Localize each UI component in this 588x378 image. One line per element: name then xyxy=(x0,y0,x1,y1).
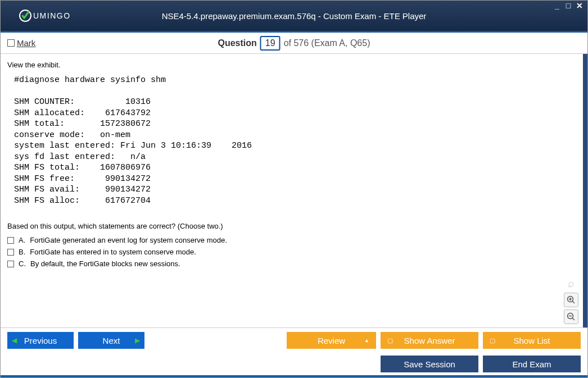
show-answer-label: Show Answer xyxy=(404,336,455,345)
answer-letter: C. xyxy=(19,259,26,268)
show-list-button[interactable]: ▢ Show List xyxy=(483,332,581,349)
answer-checkbox[interactable] xyxy=(7,249,14,256)
end-exam-button[interactable]: End Exam xyxy=(483,356,581,372)
answer-text: By default, the FortiGate blocks new ses… xyxy=(30,259,180,268)
window-title: NSE4-5.4.prepaway.premium.exam.576q - Cu… xyxy=(162,11,427,21)
answer-option[interactable]: B. FortiGate has entered in to system co… xyxy=(7,248,581,256)
save-session-button[interactable]: Save Session xyxy=(381,356,478,372)
svg-line-2 xyxy=(572,301,575,303)
square-icon: ▢ xyxy=(387,337,393,344)
window-controls: _ □ ✕ xyxy=(553,2,584,10)
answer-letter: B. xyxy=(19,248,25,256)
zoom-out-icon[interactable] xyxy=(564,309,578,324)
answer-text: FortiGate has entered in to system conse… xyxy=(30,248,196,256)
answer-option[interactable]: A. FortiGate generated an event log for … xyxy=(7,236,581,244)
title-bar: UMINGO NSE4-5.4.prepaway.premium.exam.57… xyxy=(1,1,587,31)
end-exam-label: End Exam xyxy=(512,359,551,369)
answer-letter: A. xyxy=(19,236,25,244)
logo-text: UMINGO xyxy=(33,11,71,20)
review-label: Review xyxy=(318,336,345,345)
question-header: Mark Question 19 of 576 (Exam A, Q65) xyxy=(1,33,587,54)
minimize-icon[interactable]: _ xyxy=(553,2,562,10)
previous-label: Previous xyxy=(24,336,57,345)
answer-option[interactable]: C. By default, the FortiGate blocks new … xyxy=(7,259,581,268)
scrollbar[interactable] xyxy=(583,54,587,327)
mark-label: Mark xyxy=(17,38,35,48)
bottom-divider xyxy=(1,375,587,377)
exhibit-text: #diagnose hardware sysinfo shm SHM COUNT… xyxy=(14,75,581,206)
question-indicator: Question 19 of 576 (Exam A, Q65) xyxy=(218,36,370,51)
checkmark-logo-icon xyxy=(19,9,32,22)
answers-list: A. FortiGate generated an event log for … xyxy=(7,236,581,268)
search-icon[interactable]: ⌕ xyxy=(564,276,578,290)
answer-checkbox[interactable] xyxy=(7,237,14,244)
review-button[interactable]: Review ▲ xyxy=(287,332,376,349)
footer-session: Save Session End Exam xyxy=(1,353,587,375)
svg-line-6 xyxy=(572,318,575,320)
mark-checkbox[interactable] xyxy=(7,39,15,47)
maximize-icon[interactable]: □ xyxy=(564,2,573,10)
next-button[interactable]: Next ▶ xyxy=(78,332,144,349)
app-logo: UMINGO xyxy=(19,9,71,22)
answer-text: FortiGate generated an event log for sys… xyxy=(30,236,227,244)
previous-button[interactable]: ◀ Previous xyxy=(7,332,74,349)
question-number[interactable]: 19 xyxy=(260,36,281,51)
mark-checkbox-wrap[interactable]: Mark xyxy=(7,38,35,48)
exhibit-label: View the exhibit. xyxy=(7,61,581,69)
close-icon[interactable]: ✕ xyxy=(575,2,584,10)
question-label: Question xyxy=(218,38,257,48)
content-area: View the exhibit. #diagnose hardware sys… xyxy=(1,54,587,327)
show-answer-button[interactable]: ▢ Show Answer xyxy=(381,332,478,349)
question-rest: of 576 (Exam A, Q65) xyxy=(284,38,370,48)
show-list-label: Show List xyxy=(513,336,550,345)
question-prompt: Based on this output, which statements a… xyxy=(7,222,581,230)
chevron-right-icon: ▶ xyxy=(135,336,140,344)
footer-nav: ◀ Previous Next ▶ Review ▲ ▢ Show Answer… xyxy=(1,327,587,353)
zoom-in-icon[interactable] xyxy=(564,293,578,307)
square-icon: ▢ xyxy=(490,337,495,344)
chevron-left-icon: ◀ xyxy=(12,336,17,344)
answer-checkbox[interactable] xyxy=(7,261,14,267)
zoom-tools: ⌕ xyxy=(564,276,578,324)
triangle-up-icon: ▲ xyxy=(364,338,369,343)
save-session-label: Save Session xyxy=(404,359,455,369)
next-label: Next xyxy=(103,336,120,345)
